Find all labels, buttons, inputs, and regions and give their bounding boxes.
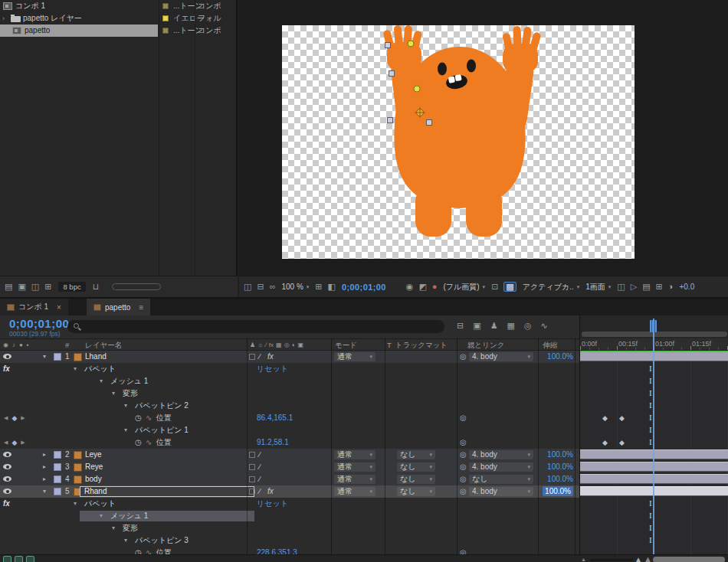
parent-pickwhip-icon[interactable]: ◎ <box>460 461 467 473</box>
keyframe-navigator[interactable]: ◀◆▶ <box>2 436 28 449</box>
trackmatte-dropdown[interactable]: なし▾ <box>397 475 435 484</box>
twirl-arrow-icon[interactable]: ▸ <box>43 473 46 485</box>
eye-icon[interactable] <box>3 452 11 457</box>
mode-dropdown[interactable]: 通常▾ <box>334 475 375 484</box>
twirl-arrow-icon[interactable]: ▾ <box>124 400 127 412</box>
show-snapshot-icon[interactable]: ◩ <box>418 283 426 291</box>
mode-dropdown[interactable]: 通常▾ <box>334 487 375 496</box>
property-value[interactable]: 91.2,58.1 <box>257 436 289 449</box>
effect-name[interactable]: パペット <box>84 363 116 375</box>
shy-switch-icon[interactable] <box>249 452 255 458</box>
resolution-dropdown[interactable]: (フル画質)▾ <box>443 282 485 292</box>
time-navigator[interactable] <box>582 332 727 337</box>
mode-dropdown[interactable]: 通常▾ <box>334 352 375 361</box>
property-row[interactable]: fx▾パペットリセット <box>0 498 579 510</box>
puppet-pin-icon[interactable] <box>389 71 395 77</box>
current-time-display[interactable]: 0;00;01;00 <box>9 317 69 330</box>
project-flowchart-icon[interactable]: ⊞ <box>44 283 51 291</box>
project-item[interactable]: コンポ 1...トーンコンポ <box>0 0 238 12</box>
parent-pickwhip-icon[interactable]: ◎ <box>460 351 467 363</box>
column-parent[interactable]: 親とリンク <box>467 339 504 351</box>
timeline-scrollbar[interactable] <box>653 557 725 562</box>
draft-3d-icon[interactable]: ▣ <box>473 322 480 330</box>
shy-icon[interactable]: ♟ <box>250 341 255 348</box>
audio-icon[interactable]: ♪ <box>12 341 15 348</box>
parent-pickwhip-icon[interactable]: ◎ <box>460 412 467 424</box>
column-mode[interactable]: モード <box>335 339 357 351</box>
twirl-arrow-icon[interactable]: ▸ <box>43 449 46 461</box>
property-row[interactable]: fx▾パペットリセット <box>0 363 579 375</box>
timeline-icon[interactable]: ▤ <box>642 283 650 291</box>
layer-switches-toggle-icon[interactable] <box>3 556 11 562</box>
parent-dropdown[interactable]: なし▾ <box>469 475 533 484</box>
frame-blend-icon[interactable]: ▦ <box>507 322 515 330</box>
stopwatch-icon[interactable]: ◷ <box>135 547 142 554</box>
prev-keyframe-icon[interactable]: ◀ <box>4 436 8 449</box>
keyframe-at-time-icon[interactable]: ◆ <box>11 436 17 449</box>
property-row[interactable]: ▾パペットピン 1 <box>0 424 579 436</box>
keyframe-icon[interactable]: ◆ <box>619 439 625 446</box>
twirl-arrow-icon[interactable]: ▾ <box>100 375 103 387</box>
trackmatte-dropdown[interactable]: なし▾ <box>397 487 435 496</box>
column-trackmatte[interactable]: トラックマット <box>395 339 448 351</box>
twirl-arrow-icon[interactable]: ▾ <box>43 485 46 498</box>
mask-visibility-icon[interactable]: ◧ <box>328 283 336 291</box>
quality-switch-icon[interactable]: ∕ <box>259 351 261 363</box>
stretch-value[interactable]: 100.0% <box>536 485 573 498</box>
group-name[interactable]: メッシュ 1 <box>110 510 148 522</box>
eye-icon[interactable] <box>3 488 11 494</box>
keyframe-icon[interactable]: ◆ <box>602 414 608 422</box>
property-row[interactable]: ▾変形 <box>0 387 579 400</box>
motion-blur-icon[interactable]: ◎ <box>524 322 532 330</box>
next-keyframe-icon[interactable]: ▶ <box>21 412 25 424</box>
layer-label-color[interactable] <box>54 475 61 483</box>
close-tab-icon[interactable]: × <box>57 303 61 312</box>
timeline-tab-コンポ 1[interactable]: コンポ 1× <box>0 299 68 315</box>
show-channels-icon[interactable]: ● <box>432 283 438 291</box>
twirl-arrow-icon[interactable]: ▾ <box>43 351 46 363</box>
property-row[interactable]: ◀◆▶◷∿位置86.4,165.1◎ <box>0 412 579 424</box>
color-depth-button[interactable]: 8 bpc <box>58 282 85 292</box>
inout-controls-toggle-icon[interactable] <box>26 556 34 562</box>
fx-switch-icon[interactable]: fx <box>267 485 274 498</box>
character-body[interactable] <box>382 25 541 237</box>
monitor-icon[interactable]: ⊟ <box>257 283 264 291</box>
twirl-arrow-icon[interactable]: ▾ <box>100 510 103 522</box>
snapshot-icon[interactable]: ◉ <box>406 283 414 291</box>
3d-icon[interactable]: ▣ <box>297 341 303 348</box>
exposure-gauge-icon[interactable]: ◑ <box>668 283 674 291</box>
property-name[interactable]: 位置 <box>156 436 172 449</box>
playhead-handle[interactable] <box>650 320 657 332</box>
new-composition-icon[interactable]: ◫ <box>31 283 39 291</box>
composition-canvas[interactable] <box>282 25 635 259</box>
column-stretch[interactable]: 伸縮 <box>543 339 557 351</box>
layer-label-color[interactable] <box>54 463 61 471</box>
layer-label-color[interactable] <box>54 488 61 495</box>
layer-name[interactable]: Reye <box>85 461 103 473</box>
project-item[interactable]: papetto...トーンコンポ <box>0 25 238 37</box>
graph-icon[interactable]: ∿ <box>146 547 152 554</box>
stretch-value[interactable]: 100.0% <box>536 351 573 363</box>
layer-label-color[interactable] <box>54 353 61 361</box>
puppet-pin-icon[interactable] <box>388 118 393 123</box>
twirl-arrow-icon[interactable]: ▾ <box>112 387 115 400</box>
label-color[interactable] <box>162 28 169 34</box>
group-name[interactable]: 変形 <box>123 522 138 534</box>
layer-name[interactable]: Lhand <box>85 351 107 363</box>
keyframe-navigator[interactable]: ◀◆▶ <box>2 412 28 424</box>
playhead-line[interactable] <box>653 319 654 554</box>
lock-icon[interactable]: ▪ <box>27 341 29 348</box>
twirl-arrow-icon[interactable]: ▾ <box>124 424 127 436</box>
camera-dropdown[interactable]: アクティブカ..▾ <box>523 282 579 292</box>
timeline-tab-papetto[interactable]: papetto≡ <box>87 299 150 315</box>
trackmatte-dropdown[interactable]: なし▾ <box>397 450 435 459</box>
parent-pickwhip-icon[interactable]: ◎ <box>460 547 467 554</box>
label-color[interactable] <box>162 15 169 21</box>
puppet-pin-icon[interactable] <box>414 86 420 92</box>
parent-dropdown[interactable]: 4. body▾ <box>469 450 533 459</box>
mode-dropdown[interactable]: 通常▾ <box>334 450 375 459</box>
frame-blend-icon[interactable]: ▦ <box>276 341 282 348</box>
group-name[interactable]: パペットピン 2 <box>135 400 189 412</box>
fx-badge[interactable]: fx <box>3 363 10 375</box>
twirl-arrow-icon[interactable]: ▾ <box>124 534 127 547</box>
